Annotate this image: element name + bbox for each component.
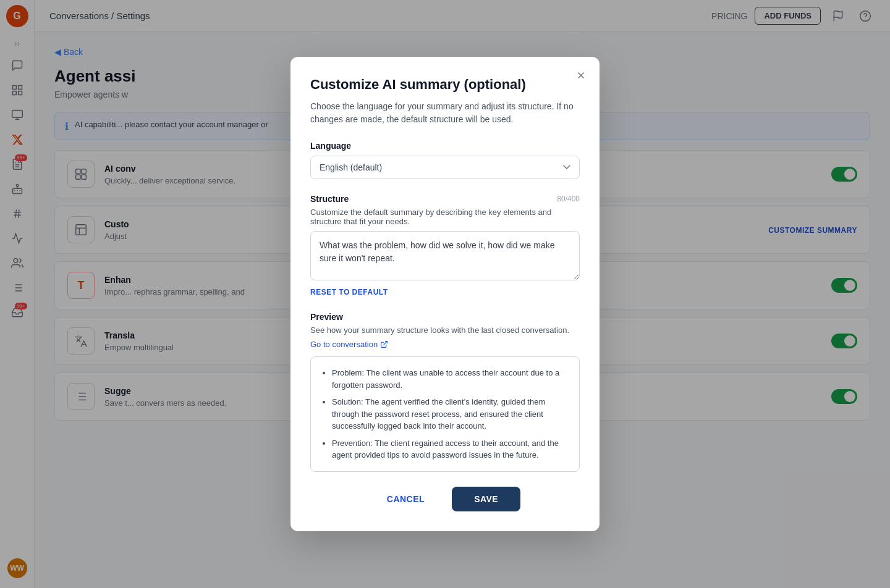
preview-label: Preview bbox=[310, 312, 580, 322]
structure-desc: Customize the default summary by describ… bbox=[310, 208, 580, 226]
language-select[interactable]: English (default) Spanish French German … bbox=[310, 156, 580, 179]
cancel-button[interactable]: CANCEL bbox=[370, 487, 442, 511]
preview-item-2: Solution: The agent verified the client'… bbox=[332, 396, 569, 432]
reset-to-default-button[interactable]: RESET TO DEFAULT bbox=[310, 288, 388, 296]
customize-summary-modal: Customize AI summary (optional) Choose t… bbox=[290, 57, 600, 531]
modal-overlay: Customize AI summary (optional) Choose t… bbox=[0, 0, 890, 588]
save-button[interactable]: SAVE bbox=[452, 487, 520, 511]
modal-subtitle: Choose the language for your summary and… bbox=[310, 100, 580, 126]
svg-line-43 bbox=[384, 342, 388, 345]
preview-list: Problem: The client was unable to access… bbox=[321, 367, 569, 461]
preview-section: Preview See how your summary structure l… bbox=[310, 312, 580, 472]
preview-box: Problem: The client was unable to access… bbox=[310, 356, 580, 472]
go-to-conversation-link[interactable]: Go to conversation bbox=[310, 340, 388, 349]
language-label: Language bbox=[310, 141, 580, 151]
structure-header: Structure 80/400 bbox=[310, 194, 580, 204]
preview-item-1: Problem: The client was unable to access… bbox=[332, 367, 569, 391]
modal-footer: CANCEL SAVE bbox=[310, 487, 580, 511]
structure-section: Structure 80/400 Customize the default s… bbox=[310, 194, 580, 297]
preview-item-3: Prevention: The client regained access t… bbox=[332, 437, 569, 461]
modal-title: Customize AI summary (optional) bbox=[310, 77, 580, 93]
structure-textarea[interactable]: What was the problem, how did we solve i… bbox=[310, 231, 580, 280]
preview-desc: See how your summary structure looks wit… bbox=[310, 326, 580, 335]
modal-close-button[interactable] bbox=[572, 67, 590, 84]
structure-label: Structure bbox=[310, 194, 349, 204]
char-count: 80/400 bbox=[557, 195, 580, 203]
